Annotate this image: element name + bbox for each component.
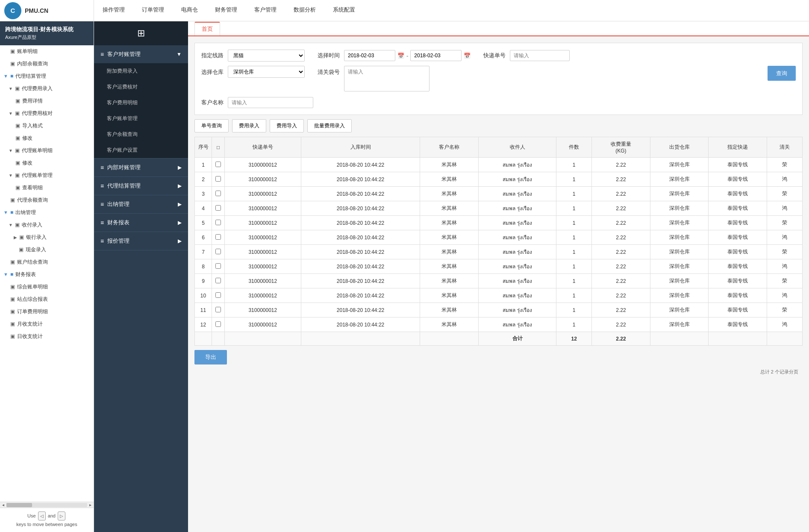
mid-nav-sub-item-bill-mgmt[interactable]: 客户账单管理 — [94, 111, 188, 126]
top-nav-item-finance[interactable]: 财务管理 — [206, 0, 246, 21]
row-checkbox[interactable] — [215, 307, 221, 312]
mid-nav-title-customer[interactable]: ≡ 客户对账管理 ▼ — [94, 45, 188, 63]
mid-nav-title-agent[interactable]: ≡ 代理结算管理 ▶ — [94, 177, 188, 195]
tree-item-fee-detail[interactable]: ▣ 费用详情 — [0, 95, 94, 107]
tab-home[interactable]: 首页 — [194, 22, 220, 35]
tree-item-order-fee-detail[interactable]: ▣ 订单费用明细 — [0, 306, 94, 318]
query-button[interactable]: 查询 — [768, 66, 796, 81]
cell-warehouse-time: 2018-08-20 10:44:22 — [301, 201, 420, 216]
tree-item-agent-bill-detail[interactable]: ▼ ▣ 代理账单明细 — [0, 144, 94, 157]
horizontal-scrollbar[interactable]: ◂ ▸ — [0, 502, 94, 508]
scroll-right-arrow[interactable]: ▸ — [87, 503, 94, 507]
row-checkbox[interactable] — [215, 292, 221, 298]
top-nav-item-analytics[interactable]: 数据分析 — [285, 0, 324, 21]
mid-nav-sub-item-freight-check[interactable]: 客户运费核对 — [94, 79, 188, 95]
col-express-type: 指定快递 — [709, 137, 767, 158]
row-checkbox[interactable] — [215, 278, 221, 283]
tree-item-agent-fee-check[interactable]: ▼ ▣ 代理费用核对 — [0, 107, 94, 120]
scrollbar-thumb[interactable] — [6, 503, 32, 507]
col-pieces: 件数 — [556, 137, 592, 158]
date-to-input[interactable] — [410, 50, 462, 61]
table-row: 1 3100000012 2018-08-20 10:44:22 米其林 สมพ… — [195, 158, 803, 172]
tree-item-comprehensive-bill[interactable]: ▣ 综合账单明细 — [0, 281, 94, 293]
row-checkbox[interactable] — [215, 234, 221, 240]
tree-item-bank-entry[interactable]: ▶ ▣ 银行录入 — [0, 231, 94, 244]
top-nav-item-settings[interactable]: 系统配置 — [324, 0, 364, 21]
tree-item-modify1[interactable]: ▣ 修改 — [0, 132, 94, 144]
mid-nav-sub-item-extra-fee[interactable]: 附加费用录入 — [94, 63, 188, 79]
tree-item-monthly-stats[interactable]: ▣ 月收支统计 — [0, 318, 94, 330]
mid-nav-sub-item-fee-detail[interactable]: 客户费用明细 — [94, 95, 188, 111]
cell-receiver: สมพล รุ่งเรือง — [479, 259, 556, 274]
cell-warehouse: 深圳仓库 — [650, 259, 709, 274]
tree-item-agent-folder[interactable]: ▼ ■ 代理结算管理 — [0, 70, 94, 82]
cell-customs: 鸿 — [767, 201, 803, 216]
row-checkbox[interactable] — [215, 162, 221, 167]
doc-icon: ▣ — [15, 222, 20, 228]
fee-entry-button[interactable]: 费用录入 — [232, 119, 266, 132]
cell-check[interactable] — [212, 172, 225, 187]
top-nav-item-orders[interactable]: 订单管理 — [133, 0, 173, 21]
single-query-button[interactable]: 单号查询 — [194, 119, 229, 132]
customs-input[interactable] — [344, 66, 430, 91]
top-nav-item-ecommerce[interactable]: 电商仓 — [173, 0, 206, 21]
cell-check[interactable] — [212, 187, 225, 201]
top-nav-item-operations[interactable]: 操作管理 — [94, 0, 133, 21]
tree-item-cashier-folder[interactable]: ▼ ■ 出纳管理 — [0, 206, 94, 219]
row-checkbox[interactable] — [215, 220, 221, 225]
tree-item-pay-entry[interactable]: ▼ ▣ 收付录入 — [0, 219, 94, 231]
tree-item-balance-query[interactable]: ▣ 内部余额查询 — [0, 58, 94, 70]
row-checkbox[interactable] — [215, 321, 221, 327]
cell-check[interactable] — [212, 303, 225, 317]
date-from-input[interactable] — [344, 50, 395, 61]
tree-item-modify2[interactable]: ▣ 修改 — [0, 157, 94, 169]
cell-check[interactable] — [212, 245, 225, 259]
fee-import-button[interactable]: 费用导入 — [270, 119, 304, 132]
mid-nav-title-reports[interactable]: ≡ 财务报表 ▶ — [94, 214, 188, 232]
cell-express-no: 3100000012 — [225, 201, 301, 216]
row-checkbox[interactable] — [215, 176, 221, 182]
top-nav-item-customer[interactable]: 客户管理 — [246, 0, 285, 21]
export-button[interactable]: 导出 — [194, 350, 227, 364]
mid-nav-title-cashier[interactable]: ≡ 出纳管理 ▶ — [94, 195, 188, 213]
tree-item-cash-entry[interactable]: ▣ 现金录入 — [0, 244, 94, 256]
cell-check[interactable] — [212, 317, 225, 332]
doc-icon: ▣ — [10, 48, 15, 54]
cell-customs: 荣 — [767, 245, 803, 259]
tree-item-account-balance[interactable]: ▣ 账户结余查询 — [0, 256, 94, 268]
row-checkbox[interactable] — [215, 263, 221, 269]
cell-check[interactable] — [212, 288, 225, 303]
customer-input[interactable] — [228, 97, 313, 108]
cell-check[interactable] — [212, 158, 225, 172]
tree-item-account-detail[interactable]: ▣ 账单明细 — [0, 45, 94, 58]
scroll-left-arrow[interactable]: ◂ — [0, 503, 6, 507]
left-tree-scroll[interactable]: ▣ 账单明细 ▣ 内部余额查询 ▼ ■ 代理结算管理 ▼ ▣ 代理费用录入 — [0, 45, 94, 502]
cell-check[interactable] — [212, 274, 225, 288]
mid-nav-sub-item-account-settings[interactable]: 客户账户设置 — [94, 142, 188, 158]
scrollbar-track[interactable] — [6, 503, 87, 507]
tree-item-agent-balance[interactable]: ▣ 代理余额查询 — [0, 194, 94, 206]
content-area[interactable]: 指定线路 黑猫 选择时间 📅 - 📅 快递单号 — [188, 36, 809, 532]
cell-check[interactable] — [212, 216, 225, 230]
express-input[interactable] — [510, 50, 570, 61]
row-checkbox[interactable] — [215, 249, 221, 254]
row-checkbox[interactable] — [215, 205, 221, 211]
tree-item-reports-folder[interactable]: ▼ ■ 财务报表 — [0, 268, 94, 281]
warehouse-select[interactable]: 深圳仓库 — [228, 66, 305, 78]
mid-nav-title-quote[interactable]: ≡ 报价管理 ▶ — [94, 232, 188, 250]
batch-fee-button[interactable]: 批量费用录入 — [307, 119, 352, 132]
cell-check[interactable] — [212, 230, 225, 245]
tree-item-view-detail[interactable]: ▣ 查看明细 — [0, 182, 94, 194]
tree-item-daily-stats[interactable]: ▣ 日收支统计 — [0, 330, 94, 343]
row-checkbox[interactable] — [215, 191, 221, 196]
cell-check[interactable] — [212, 201, 225, 216]
mid-nav-title-internal[interactable]: ≡ 内部对账管理 ▶ — [94, 159, 188, 176]
tree-item-site-report[interactable]: ▣ 站点综合报表 — [0, 293, 94, 306]
mid-nav-sub-item-balance-query[interactable]: 客户余额查询 — [94, 126, 188, 142]
line-select[interactable]: 黑猫 — [228, 50, 305, 62]
cell-check[interactable] — [212, 259, 225, 274]
arrow-icon: ▼ — [9, 111, 13, 116]
tree-item-import-format[interactable]: ▣ 导入格式 — [0, 120, 94, 132]
tree-item-agent-fee-entry[interactable]: ▼ ▣ 代理费用录入 — [0, 82, 94, 95]
tree-item-agent-bill-mgmt[interactable]: ▼ ▣ 代理账单管理 — [0, 169, 94, 182]
